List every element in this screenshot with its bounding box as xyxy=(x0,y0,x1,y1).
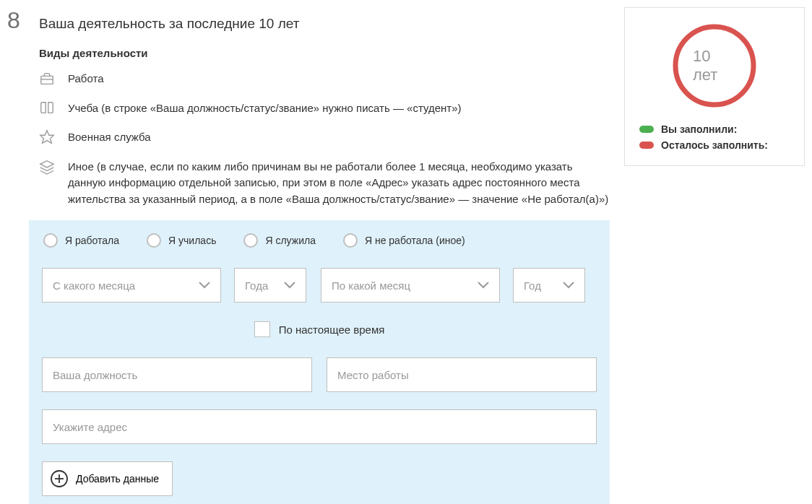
legend-label: Учеба (в строке «Ваша должность/статус/з… xyxy=(68,100,610,117)
section-number: 8 xyxy=(7,7,25,34)
legend-item-study: Учеба (в строке «Ваша должность/статус/з… xyxy=(39,100,610,117)
svg-marker-3 xyxy=(40,160,53,167)
select-to-month[interactable]: По какой месяц xyxy=(321,268,500,303)
briefcase-icon xyxy=(39,71,55,87)
layers-icon xyxy=(39,159,55,175)
input-address[interactable] xyxy=(42,409,597,444)
add-button[interactable]: Добавить данные xyxy=(42,461,173,496)
add-button-label: Добавить данные xyxy=(76,473,159,485)
select-placeholder: Года xyxy=(245,279,284,292)
plus-circle-icon xyxy=(50,469,69,488)
radio-not-worked[interactable]: Я не работала (иное) xyxy=(343,233,465,248)
radio-studied[interactable]: Я училась xyxy=(147,233,216,248)
legend-list: Работа Учеба (в строке «Ваша должность/с… xyxy=(39,71,610,207)
status-label: Осталось заполнить: xyxy=(661,139,768,151)
form-area: Я работала Я училась Я служила Я не рабо… xyxy=(29,220,610,504)
checkbox-label: По настоящее время xyxy=(279,323,385,336)
svg-marker-2 xyxy=(40,131,53,143)
radio-icon xyxy=(243,233,258,248)
legend-label: Работа xyxy=(68,71,610,87)
select-placeholder: С какого месяца xyxy=(53,279,199,292)
status-dot-green-icon xyxy=(639,126,654,133)
status-label: Вы заполнили: xyxy=(661,123,737,135)
legend-label: Военная служба xyxy=(68,129,610,146)
svg-rect-0 xyxy=(41,76,53,84)
chevron-down-icon xyxy=(563,282,574,289)
radio-label: Я служила xyxy=(265,235,315,246)
radio-label: Я училась xyxy=(168,235,216,246)
chevron-down-icon xyxy=(284,282,295,289)
section-title: Ваша деятельность за последние 10 лет xyxy=(39,16,299,32)
radio-icon xyxy=(43,233,58,248)
input-position[interactable] xyxy=(42,357,312,392)
legend-item-work: Работа xyxy=(39,71,610,87)
progress-period: 10 лет xyxy=(693,47,736,84)
progress-circle: 10 лет xyxy=(671,22,758,109)
status-remaining: Осталось заполнить: xyxy=(639,139,790,151)
radio-icon xyxy=(147,233,161,248)
legend-item-other: Иное (в случае, если по каким либо причи… xyxy=(39,159,610,208)
radio-label: Я не работала (иное) xyxy=(365,235,465,246)
input-workplace[interactable] xyxy=(327,357,597,392)
book-icon xyxy=(39,100,55,116)
status-dot-red-icon xyxy=(639,142,654,149)
chevron-down-icon xyxy=(478,282,489,289)
radio-served[interactable]: Я служила xyxy=(243,233,315,248)
chevron-down-icon xyxy=(199,282,210,289)
progress-widget: 10 лет Вы заполнили: Осталось заполнить: xyxy=(624,7,805,166)
select-from-month[interactable]: С какого месяца xyxy=(42,268,221,303)
radio-worked[interactable]: Я работала xyxy=(43,233,119,248)
select-placeholder: Год xyxy=(524,279,563,292)
select-from-year[interactable]: Года xyxy=(234,268,306,303)
section-subtitle: Виды деятельности xyxy=(39,47,610,59)
legend-item-military: Военная служба xyxy=(39,129,610,146)
select-placeholder: По какой месяц xyxy=(332,279,478,292)
status-filled: Вы заполнили: xyxy=(639,123,790,135)
radio-row: Я работала Я училась Я служила Я не рабо… xyxy=(42,233,597,248)
select-to-year[interactable]: Год xyxy=(513,268,585,303)
radio-label: Я работала xyxy=(65,235,119,246)
legend-label: Иное (в случае, если по каким либо причи… xyxy=(68,159,610,208)
checkbox-present[interactable] xyxy=(254,321,270,337)
radio-icon xyxy=(343,233,358,248)
star-icon xyxy=(39,129,55,145)
